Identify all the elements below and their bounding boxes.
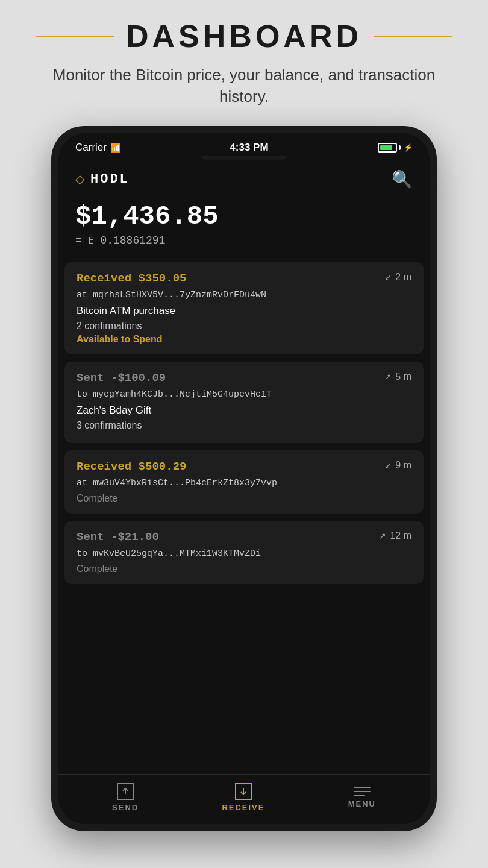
menu-line-3 [354, 795, 366, 796]
tx-time-row: ↙ 2 m [384, 272, 411, 283]
balance-usd: $1,436.85 [75, 201, 413, 231]
bottom-nav: SEND RECEIVE [58, 774, 430, 824]
tx-header-row: Sent -$100.09 ↗ 5 m [77, 371, 411, 385]
transaction-item[interactable]: Sent -$21.00 ↗ 12 m to mvKvBeU25gqYa...M… [64, 521, 424, 584]
receive-icon [235, 783, 252, 800]
menu-line-1 [354, 787, 371, 788]
tx-direction-icon: ↙ [384, 461, 392, 470]
tx-time: 5 m [395, 371, 411, 382]
tx-confirmations: 2 confirmations [77, 321, 411, 332]
search-button[interactable]: 🔍 [392, 169, 413, 189]
header-line: DASHBOARD [36, 18, 452, 54]
phone-screen: Carrier 📶 4:33 PM ⚡ ◇ [58, 133, 430, 824]
tx-time: 9 m [395, 460, 411, 471]
tx-status: Available to Spend [77, 334, 411, 345]
status-bar: Carrier 📶 4:33 PM ⚡ [58, 133, 430, 159]
phone-frame: Carrier 📶 4:33 PM ⚡ ◇ [51, 126, 437, 831]
transaction-list: Received $350.05 ↙ 2 m at mqrhsLStHXV5V.… [58, 259, 430, 774]
tx-status: Complete [77, 493, 411, 504]
battery-fill [380, 145, 392, 150]
tx-direction-icon: ↙ [384, 272, 392, 282]
nav-send-label: SEND [112, 803, 139, 812]
logo-diamond-icon: ◇ [75, 172, 84, 186]
battery-indicator: ⚡ [378, 143, 413, 153]
menu-line-2 [354, 791, 371, 792]
transaction-item[interactable]: Received $500.29 ↙ 9 m at mw3uV4YbxRisCt… [64, 450, 424, 514]
tx-label: Zach's Bday Gift [77, 404, 411, 417]
tx-direction-icon: ↗ [379, 531, 386, 541]
tx-header-row: Sent -$21.00 ↗ 12 m [77, 530, 411, 544]
nav-receive-label: RECEIVE [222, 803, 264, 812]
tx-address: at mw3uV4YbxRisCt...Pb4cErkZt8x3y7vvp [77, 478, 411, 488]
header-line-right [374, 36, 452, 37]
battery-body [378, 143, 397, 153]
status-time: 4:33 PM [230, 142, 268, 154]
nav-menu-label: MENU [348, 799, 376, 808]
tx-time-row: ↙ 9 m [384, 460, 411, 471]
tx-time: 12 m [390, 530, 411, 541]
page-subtitle: Monitor the Bitcoin price, your balance,… [36, 64, 452, 108]
tx-amount: Sent -$100.09 [77, 371, 166, 385]
battery-bolt-icon: ⚡ [404, 143, 413, 152]
app-logo: ◇ HODL [75, 172, 130, 187]
nav-receive[interactable]: RECEIVE [222, 783, 264, 812]
app-header: ◇ HODL 🔍 [58, 160, 430, 197]
tx-amount: Received $500.29 [77, 460, 186, 473]
send-icon [117, 783, 134, 800]
tx-amount: Sent -$21.00 [77, 530, 159, 544]
tx-time-row: ↗ 5 m [384, 371, 411, 382]
tx-confirmations: 3 confirmations [77, 420, 411, 431]
header-line-left [36, 36, 114, 37]
battery-tip [399, 145, 401, 150]
transaction-item[interactable]: Sent -$100.09 ↗ 5 m to myegYamh4KCJb...N… [64, 362, 424, 443]
tx-address: at mqrhsLStHXV5V...7yZnzmRvDrFDu4wN [77, 290, 411, 300]
tx-label: Bitcoin ATM purchase [77, 305, 411, 317]
tx-address: to myegYamh4KCJb...NcjtiM5G4upevHc1T [77, 389, 411, 400]
carrier-text: Carrier 📶 [75, 142, 120, 154]
tx-time-row: ↗ 12 m [379, 530, 411, 541]
tx-header-row: Received $350.05 ↙ 2 m [77, 272, 411, 285]
nav-send[interactable]: SEND [112, 783, 139, 812]
menu-icon [354, 787, 371, 796]
balance-btc: = ₿ 0.18861291 [75, 234, 413, 247]
page-header: DASHBOARD Monitor the Bitcoin price, you… [0, 0, 488, 120]
balance-section: $1,436.85 = ₿ 0.18861291 [58, 197, 430, 259]
nav-menu[interactable]: MENU [348, 787, 376, 808]
wifi-icon: 📶 [110, 143, 120, 153]
tx-time: 2 m [395, 272, 411, 283]
tx-header-row: Received $500.29 ↙ 9 m [77, 460, 411, 473]
page-title: DASHBOARD [126, 18, 362, 54]
logo-text: HODL [90, 172, 130, 187]
tx-address: to mvKvBeU25gqYa...MTMxi1W3KTMvZDi [77, 549, 411, 559]
tx-direction-icon: ↗ [384, 372, 392, 382]
tx-amount: Received $350.05 [77, 272, 186, 285]
transaction-item[interactable]: Received $350.05 ↙ 2 m at mqrhsLStHXV5V.… [64, 262, 424, 354]
tx-status: Complete [77, 564, 411, 574]
